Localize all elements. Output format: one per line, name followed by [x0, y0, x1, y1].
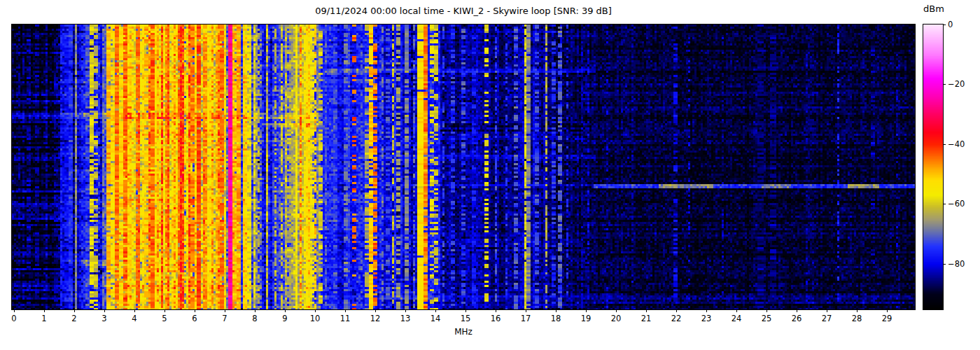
- colorbar-frame: [923, 24, 944, 310]
- x-tick-label: 2: [64, 314, 85, 323]
- x-tick-mark: [465, 309, 466, 312]
- colorbar-tick-label: −80: [948, 259, 965, 269]
- x-tick-label: 8: [244, 314, 265, 323]
- colorbar-tick-label: −60: [948, 199, 965, 209]
- x-tick-label: 5: [154, 314, 175, 323]
- x-tick-mark: [345, 309, 346, 312]
- x-tick-mark: [225, 309, 225, 312]
- x-tick-mark: [44, 309, 45, 312]
- x-tick-mark: [887, 309, 888, 312]
- colorbar-tick-label: −20: [948, 79, 965, 89]
- x-tick-mark: [375, 309, 376, 312]
- x-tick-label: 4: [124, 314, 145, 323]
- colorbar-gradient: [923, 24, 943, 309]
- x-tick-mark: [857, 309, 858, 312]
- x-tick-label: 14: [425, 314, 446, 323]
- x-tick-label: 12: [365, 314, 386, 323]
- x-tick-mark: [255, 309, 255, 312]
- x-tick-mark: [586, 309, 587, 312]
- colorbar-label: dBm: [918, 4, 949, 14]
- colorbar-tick-mark: [943, 84, 946, 85]
- x-tick-label: 26: [786, 314, 807, 323]
- x-tick-mark: [285, 309, 286, 312]
- x-tick-label: 21: [636, 314, 657, 323]
- x-tick-label: 11: [335, 314, 356, 323]
- x-tick-label: 24: [726, 314, 747, 323]
- x-tick-label: 9: [274, 314, 295, 323]
- x-tick-label: 6: [184, 314, 205, 323]
- x-tick-label: 16: [485, 314, 506, 323]
- plot-title: 09/11/2024 00:00 local time - KIWI_2 - S…: [12, 6, 915, 16]
- x-tick-label: 10: [304, 314, 326, 323]
- x-tick-label: 17: [515, 314, 536, 323]
- x-tick-mark: [827, 309, 827, 312]
- x-tick-mark: [736, 309, 737, 312]
- colorbar-tick-mark: [943, 204, 946, 204]
- x-tick-mark: [646, 309, 647, 312]
- x-tick-label: 13: [395, 314, 416, 323]
- x-tick-label: 3: [94, 314, 115, 323]
- x-tick-label: 1: [34, 314, 55, 323]
- x-axis-label: MHz: [12, 327, 915, 337]
- x-tick-label: 19: [575, 314, 596, 323]
- x-tick-label: 0: [4, 314, 24, 323]
- x-tick-label: 25: [756, 314, 777, 323]
- x-tick-mark: [496, 309, 496, 312]
- x-tick-mark: [104, 309, 105, 312]
- x-tick-mark: [556, 309, 556, 312]
- x-tick-label: 27: [816, 314, 837, 323]
- x-tick-mark: [14, 309, 15, 312]
- colorbar-tick-mark: [943, 24, 946, 25]
- x-tick-label: 29: [876, 314, 897, 323]
- x-tick-label: 23: [696, 314, 717, 323]
- x-tick-label: 15: [455, 314, 476, 323]
- x-tick-mark: [706, 309, 707, 312]
- colorbar-tick-label: −40: [948, 139, 965, 149]
- x-tick-label: 20: [606, 314, 626, 323]
- x-tick-mark: [616, 309, 617, 312]
- x-tick-mark: [766, 309, 767, 312]
- x-tick-mark: [164, 309, 165, 312]
- x-tick-mark: [435, 309, 436, 312]
- spectrogram-figure: 09/11/2024 00:00 local time - KIWI_2 - S…: [0, 0, 980, 350]
- x-tick-mark: [134, 309, 135, 312]
- colorbar-tick-mark: [943, 144, 946, 145]
- x-tick-mark: [797, 309, 797, 312]
- x-tick-mark: [676, 309, 677, 312]
- x-tick-mark: [195, 309, 195, 312]
- plot-frame: [11, 24, 916, 310]
- x-tick-label: 22: [666, 314, 687, 323]
- x-tick-mark: [74, 309, 75, 312]
- x-tick-mark: [405, 309, 406, 312]
- colorbar-tick-mark: [943, 264, 946, 265]
- x-tick-label: 7: [214, 314, 235, 323]
- waterfall-heatmap: [12, 24, 915, 309]
- colorbar-tick-label: 0: [948, 20, 953, 29]
- x-tick-mark: [315, 309, 316, 312]
- x-tick-label: 28: [846, 314, 867, 323]
- x-tick-mark: [526, 309, 526, 312]
- x-tick-label: 18: [545, 314, 566, 323]
